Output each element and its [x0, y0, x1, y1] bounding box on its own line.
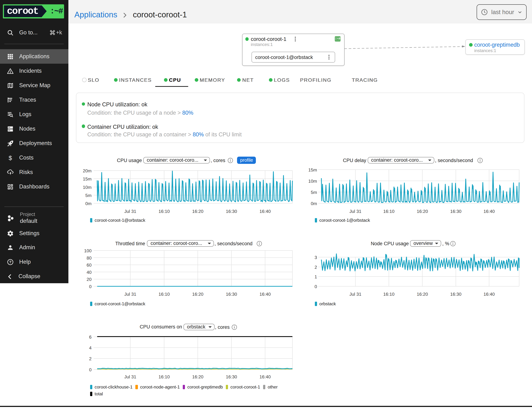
svg-text:16:20: 16:20 — [192, 209, 203, 214]
svg-text:Jul 31: Jul 31 — [349, 209, 361, 214]
svg-text:0m: 0m — [86, 201, 92, 206]
svg-text:10m: 10m — [83, 185, 92, 190]
svg-text:40: 40 — [86, 270, 92, 275]
svg-text:6: 6 — [89, 335, 92, 339]
svg-text:10m: 10m — [308, 179, 317, 184]
svg-text:16:40: 16:40 — [259, 292, 271, 297]
svg-text:$: $ — [9, 154, 12, 161]
svg-text:16:30: 16:30 — [450, 292, 461, 297]
svg-text:16:20: 16:20 — [417, 292, 428, 297]
svg-text:5m: 5m — [86, 193, 92, 198]
svg-text:16:30: 16:30 — [226, 209, 237, 214]
svg-text:Jul 31: Jul 31 — [124, 209, 136, 214]
svg-text:16:10: 16:10 — [383, 209, 394, 214]
svg-text:0: 0 — [89, 284, 92, 289]
svg-text:4: 4 — [89, 346, 92, 350]
svg-text:20m: 20m — [83, 169, 92, 173]
svg-text:100: 100 — [84, 248, 92, 253]
svg-text:60: 60 — [86, 262, 92, 268]
svg-text:3: 3 — [314, 255, 317, 260]
svg-text:16:30: 16:30 — [226, 375, 237, 379]
svg-text:16:10: 16:10 — [159, 375, 170, 379]
svg-text:20: 20 — [86, 277, 92, 282]
svg-text:5m: 5m — [311, 190, 317, 195]
svg-text:15m: 15m — [308, 168, 317, 172]
svg-text:16:10: 16:10 — [159, 209, 170, 214]
svg-text:0: 0 — [314, 284, 317, 289]
svg-text:16:10: 16:10 — [383, 292, 394, 297]
svg-text:0: 0 — [89, 367, 92, 372]
svg-text:16:30: 16:30 — [450, 209, 461, 214]
svg-text:2: 2 — [89, 356, 92, 361]
svg-text:16:40: 16:40 — [259, 209, 271, 214]
svg-text:0m: 0m — [311, 201, 317, 206]
svg-text:Jul 31: Jul 31 — [124, 375, 136, 379]
svg-text:16:30: 16:30 — [226, 292, 237, 297]
svg-text:16:10: 16:10 — [159, 292, 170, 297]
svg-text:15m: 15m — [83, 177, 92, 181]
svg-text:1: 1 — [314, 274, 317, 279]
svg-text:Jul 31: Jul 31 — [349, 292, 361, 297]
svg-text:16:40: 16:40 — [259, 375, 271, 379]
svg-text:16:20: 16:20 — [417, 209, 428, 214]
svg-text:2: 2 — [314, 265, 317, 270]
svg-text:80: 80 — [86, 256, 92, 261]
svg-text:?: ? — [9, 260, 12, 264]
svg-text:16:20: 16:20 — [192, 375, 203, 379]
svg-text:16:40: 16:40 — [484, 292, 495, 297]
svg-text:Jul 31: Jul 31 — [124, 292, 136, 297]
svg-text:16:20: 16:20 — [192, 292, 203, 297]
svg-text:16:40: 16:40 — [484, 209, 495, 214]
